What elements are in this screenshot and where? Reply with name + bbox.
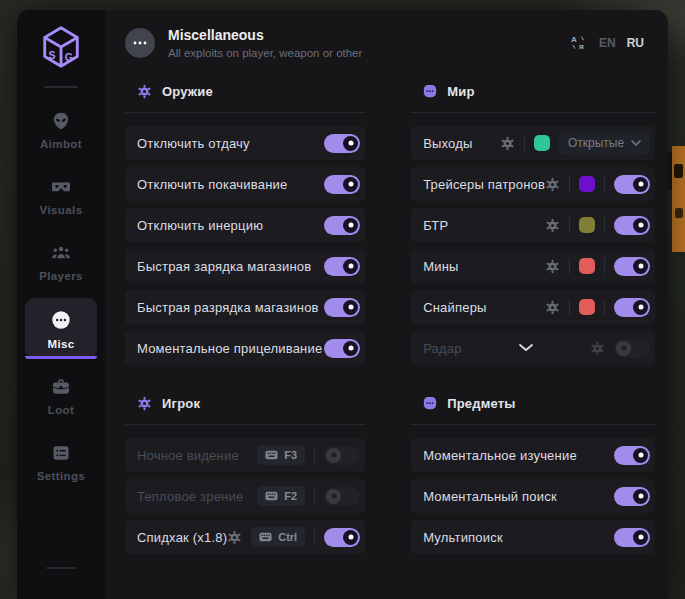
color-swatch[interactable]: [579, 258, 595, 274]
divider: [604, 176, 605, 192]
color-swatch[interactable]: [579, 176, 595, 192]
hotkey-label: Ctrl: [278, 531, 297, 543]
divider: [604, 299, 605, 315]
translate-icon: A я: [570, 34, 588, 52]
sidebar-item-label: Players: [39, 270, 83, 282]
sidebar-item-visuals[interactable]: Visuals: [25, 166, 97, 225]
color-swatch[interactable]: [579, 299, 595, 315]
toggle[interactable]: [324, 175, 360, 194]
gear-icon[interactable]: [500, 136, 515, 151]
gear-icon[interactable]: [545, 177, 560, 192]
row-label: Мультипоиск: [423, 530, 614, 545]
sidebar-item-settings[interactable]: Settings: [25, 432, 97, 491]
toggle-row: Отключить отдачу: [125, 126, 365, 160]
background-game-banner: [672, 146, 685, 252]
toggle[interactable]: [324, 528, 360, 547]
sidebar-nav: Aimbot Visuals Play: [17, 100, 105, 491]
sidebar-item-loot[interactable]: Loot: [25, 366, 97, 425]
toggle[interactable]: [614, 175, 650, 194]
toggle[interactable]: [614, 528, 650, 547]
toggle-row: Моментальное изучение: [411, 438, 655, 472]
toggle[interactable]: [324, 339, 360, 358]
alien-icon: [51, 111, 71, 131]
section-weapon: Оружие Отключить отдачу Отключить покачи…: [125, 82, 365, 365]
lang-ru[interactable]: RU: [627, 36, 644, 50]
toggle-row: Моментальный поиск: [411, 479, 655, 513]
row-label: Отключить инерцию: [137, 218, 324, 233]
toggle[interactable]: [614, 216, 650, 235]
svg-text:A: A: [571, 35, 577, 44]
toggle[interactable]: [614, 257, 650, 276]
logo-letter: S: [49, 49, 56, 61]
row-label: Трейсеры патронов: [423, 177, 545, 192]
row-label: Быстрая разрядка магазинов: [137, 300, 324, 315]
sidebar-item-label: Aimbot: [40, 138, 82, 150]
toggle-row: Быстрая разрядка магазинов: [125, 290, 365, 324]
toggle-row: Мины: [411, 249, 655, 283]
row-label: БТР: [423, 218, 545, 233]
color-swatch[interactable]: [534, 135, 550, 151]
sidebar-item-players[interactable]: Players: [25, 232, 97, 291]
page-subtitle: All exploits on player, weapon or other: [168, 47, 362, 59]
sidebar-item-misc[interactable]: Misc: [25, 298, 97, 359]
row-label: Тепловое зрение: [137, 489, 257, 504]
hotkey-badge[interactable]: Ctrl: [251, 527, 305, 547]
chevron-down-icon: [631, 140, 641, 146]
ellipsis-circle-icon: [125, 28, 155, 58]
cheat-menu-window: S G Aimbot Visuals: [17, 10, 668, 599]
divider: [314, 488, 315, 504]
sidebar-item-aimbot[interactable]: Aimbot: [25, 100, 97, 159]
ellipsis-circle-icon: [50, 309, 72, 331]
section-title: Мир: [447, 84, 474, 99]
toggle[interactable]: [324, 298, 360, 317]
toggle[interactable]: [614, 339, 650, 358]
dots-badge-icon: [423, 84, 437, 98]
keyboard-icon: [265, 450, 278, 460]
toggle[interactable]: [324, 446, 360, 465]
divider: [524, 135, 525, 151]
toggle[interactable]: [324, 216, 360, 235]
divider: [604, 258, 605, 274]
dropdown[interactable]: Открытые: [559, 131, 650, 155]
hotkey-row: Тепловое зрение F2: [125, 479, 365, 513]
hotkey-badge[interactable]: F3: [257, 445, 305, 465]
gear-icon[interactable]: [545, 218, 560, 233]
list-icon: [51, 443, 71, 463]
toggle[interactable]: [614, 298, 650, 317]
sidebar: S G Aimbot Visuals: [17, 10, 105, 599]
toggle[interactable]: [324, 487, 360, 506]
divider: [46, 567, 76, 569]
toggle-row: Отключить покачивание: [125, 167, 365, 201]
lang-en[interactable]: EN: [599, 36, 616, 50]
keyboard-icon: [259, 532, 272, 542]
dropdown-row: Выходы Открытые: [411, 126, 655, 160]
main-panel: Miscellaneous All exploits on player, we…: [105, 10, 668, 599]
divider: [569, 258, 570, 274]
toggle[interactable]: [324, 134, 360, 153]
row-label: Быстрая зарядка магазинов: [137, 259, 324, 274]
sidebar-item-label: Loot: [48, 404, 75, 416]
app-logo-icon: S G: [38, 24, 84, 70]
sidebar-item-label: Misc: [47, 338, 74, 350]
row-label: Снайперы: [423, 300, 545, 315]
color-swatch[interactable]: [579, 217, 595, 233]
toggle[interactable]: [614, 487, 650, 506]
expandable-row: Радар: [411, 331, 655, 365]
gear-icon[interactable]: [227, 530, 242, 545]
gear-icon[interactable]: [590, 341, 605, 356]
logo-letter: G: [65, 51, 73, 63]
gear-icon[interactable]: [545, 259, 560, 274]
gear-icon[interactable]: [545, 300, 560, 315]
gear-icon: [137, 84, 152, 99]
sidebar-item-label: Settings: [37, 470, 86, 482]
row-label: Мины: [423, 259, 545, 274]
toggle[interactable]: [324, 257, 360, 276]
expand-control[interactable]: [462, 344, 590, 352]
gear-icon: [137, 396, 152, 411]
toggle[interactable]: [614, 446, 650, 465]
hotkey-row: Ночное видение F3: [125, 438, 365, 472]
divider: [569, 176, 570, 192]
row-label: Радар: [423, 341, 462, 356]
hotkey-badge[interactable]: F2: [257, 486, 305, 506]
banner-glyph: [674, 164, 683, 178]
